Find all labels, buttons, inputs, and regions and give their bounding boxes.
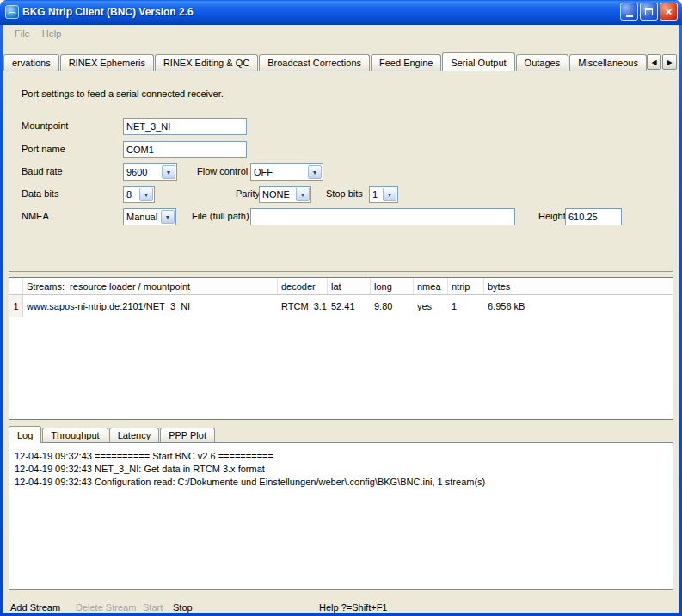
log-line: 12-04-19 09:32:43 ========== Start BNC v… [15,450,667,463]
nmea-label: NMEA [22,211,49,221]
close-icon: × [666,6,673,17]
nmea-value: Manual [124,212,160,222]
tab-feed-engine[interactable]: Feed Engine [371,54,441,71]
baud-rate-select[interactable]: 9600 ▼ [123,163,177,181]
streams-table: Streams: resource loader / mountpoint de… [9,277,673,420]
file-path-input[interactable] [250,208,515,225]
mountpoint-label: Mountpoint [22,120,68,131]
client-area: File Help ervations RINEX Ephemeris RINE… [3,25,679,613]
window-controls: × [618,3,678,21]
tab-scroll-left-icon[interactable]: ◀ [647,54,661,70]
height-label: Height [538,211,566,221]
tab-rinex-ephemeris[interactable]: RINEX Ephemeris [60,54,154,71]
height-input[interactable] [565,208,622,225]
column-header-ntrip: ntrip [448,278,484,294]
window-title: BKG Ntrip Client (BNC) Version 2.6 [22,6,618,18]
tab-throughput[interactable]: Throughput [42,428,108,442]
chevron-down-icon[interactable]: ▼ [383,188,396,201]
mountpoint-input[interactable] [123,118,247,135]
column-header-lat: lat [328,278,371,294]
bnc-window: BKG Ntrip Client (BNC) Version 2.6 × Fil… [0,0,682,616]
cell-bytes: 6.956 kB [484,295,673,317]
serial-output-pane: Port settings to feed a serial connected… [9,71,673,272]
menu-help[interactable]: Help [36,27,68,40]
baud-rate-label: Baud rate [22,166,63,176]
tab-miscellaneous[interactable]: Miscellaneous [569,54,647,71]
table-row[interactable]: 1 www.sapos-ni-ntrip.de:2101/NET_3_NI RT… [9,295,673,317]
minimize-icon [626,15,633,17]
close-button[interactable]: × [660,3,678,21]
action-bar: Add Stream Delete Stream Start Stop Help… [3,595,679,613]
nmea-select[interactable]: Manual ▼ [123,208,176,225]
column-header-long: long [371,278,414,294]
tab-scroll-buttons: ◀ ▶ [646,54,677,70]
tab-rinex-editing-qc[interactable]: RINEX Editing & QC [155,54,258,71]
stop-bits-select[interactable]: 1 ▼ [369,186,398,203]
file-path-label: File (full path) [192,211,249,221]
menubar: File Help [3,25,679,42]
chevron-down-icon[interactable]: ▼ [308,165,322,179]
maximize-icon [645,8,653,15]
pane-description: Port settings to feed a serial connected… [22,89,224,99]
streams-table-header: Streams: resource loader / mountpoint de… [9,278,673,295]
stop-button[interactable]: Stop [173,602,193,613]
delete-stream-button[interactable]: Delete Stream [76,602,136,613]
tab-log[interactable]: Log [9,426,41,443]
column-header-bytes: bytes [484,278,673,294]
chevron-down-icon[interactable]: ▼ [161,210,175,224]
cell-ntrip: 1 [448,295,484,317]
menu-file[interactable]: File [9,27,36,40]
chevron-down-icon[interactable]: ▼ [139,188,153,201]
start-button[interactable]: Start [143,602,163,613]
log-line: 12-04-19 09:32:43 NET_3_NI: Get data in … [15,463,667,476]
add-stream-button[interactable]: Add Stream [10,602,60,613]
log-output[interactable]: 12-04-19 09:32:43 ========== Start BNC v… [9,442,673,590]
tab-broadcast-corrections[interactable]: Broadcast Corrections [259,54,370,71]
cell-long: 9.80 [371,295,414,317]
parity-select[interactable]: NONE ▼ [259,186,311,203]
maximize-button[interactable] [640,3,658,21]
baud-rate-value: 9600 [124,167,161,177]
stop-bits-value: 1 [370,189,382,200]
tab-scroll-right-icon[interactable]: ▶ [662,54,677,70]
chevron-down-icon[interactable]: ▼ [296,188,310,201]
column-header-nmea: nmea [414,278,448,294]
row-number: 1 [9,295,23,317]
port-name-input[interactable] [123,141,247,158]
column-header-decoder: decoder [278,278,328,294]
bottom-tab-bar: Log Throughput Latency PPP Plot [9,425,673,442]
stop-bits-label: Stop bits [326,188,363,199]
help-button[interactable]: Help ?=Shift+F1 [319,602,388,613]
cell-decoder: RTCM_3.1 [278,295,328,317]
flow-control-select[interactable]: OFF ▼ [250,163,323,181]
port-name-label: Port name [22,144,65,154]
column-header-mountpoint: Streams: resource loader / mountpoint [23,278,278,294]
cell-mountpoint: www.sapos-ni-ntrip.de:2101/NET_3_NI [23,295,278,317]
minimize-button[interactable] [620,3,638,21]
tab-observations[interactable]: ervations [3,54,59,71]
data-bits-label: Data bits [22,188,58,199]
log-line: 12-04-19 09:32:43 Configuration read: C:… [15,476,667,489]
titlebar[interactable]: BKG Ntrip Client (BNC) Version 2.6 × [0,0,682,25]
cell-nmea: yes [414,295,448,317]
tab-latency[interactable]: Latency [109,428,160,442]
parity-label: Parity [236,188,260,199]
tab-outages[interactable]: Outages [516,54,569,71]
data-bits-value: 8 [124,189,138,200]
header-corner [9,278,23,294]
flow-control-value: OFF [251,167,307,177]
chevron-down-icon[interactable]: ▼ [162,165,175,179]
cell-lat: 52.41 [328,295,371,317]
app-icon [5,5,19,19]
tab-serial-output[interactable]: Serial Output [442,52,514,71]
tab-bar: ervations RINEX Ephemeris RINEX Editing … [3,52,679,71]
data-bits-select[interactable]: 8 ▼ [123,186,155,203]
tab-ppp-plot[interactable]: PPP Plot [160,428,215,442]
tab-strip: ervations RINEX Ephemeris RINEX Editing … [3,52,679,71]
flow-control-label: Flow control [197,166,248,176]
parity-value: NONE [260,189,295,200]
